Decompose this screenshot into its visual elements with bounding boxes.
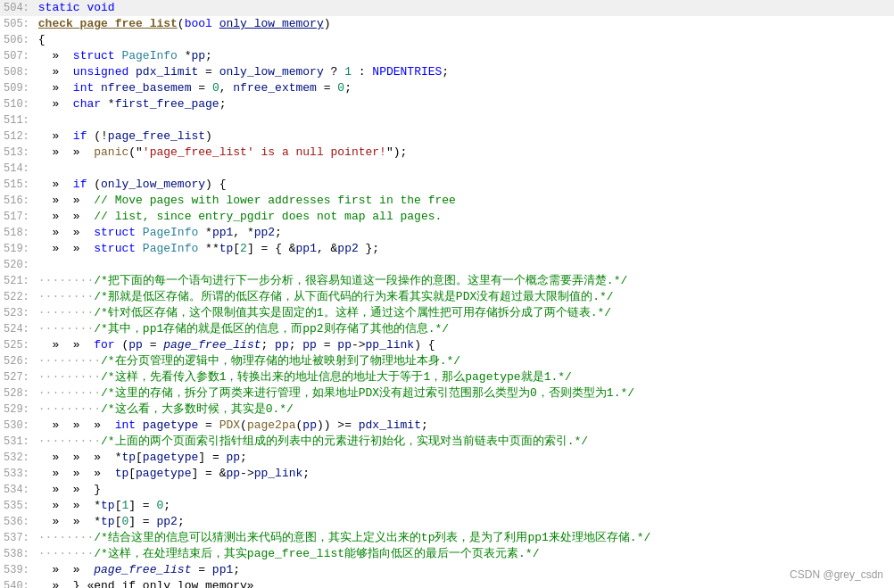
code-line: 535: » » *tp[1] = 0; (0, 498, 894, 514)
line-number: 506: (4, 32, 38, 48)
code-line: 539: » » page_free_list = pp1; (0, 562, 894, 578)
line-number: 519: (4, 241, 38, 257)
code-line: 529:·········/*这么看，大多数时候，其实是0.*/ (0, 402, 894, 418)
line-number: 531: (4, 434, 38, 450)
code-line: 517: » » // list, since entry_pgdir does… (0, 209, 894, 225)
line-number: 538: (4, 546, 38, 562)
line-number: 515: (4, 177, 38, 193)
code-line: 533: » » » tp[pagetype] = &pp->pp_link; (0, 466, 894, 482)
code-line: 534: » » } (0, 482, 894, 498)
line-number: 536: (4, 514, 38, 530)
line-number: 518: (4, 225, 38, 241)
line-content: » int nfree_basemem = 0, nfree_extmem = … (38, 80, 890, 96)
line-number: 540: (4, 578, 38, 588)
line-number: 525: (4, 337, 38, 353)
code-line: 538:········/*这样，在处理结束后，其实page_free_list… (0, 546, 894, 562)
line-content: ········/*那就是低区存储。所谓的低区存储，从下面代码的行为来看其实就是… (38, 289, 890, 305)
line-number: 509: (4, 80, 38, 96)
line-number: 520: (4, 257, 38, 273)
code-line: 513: » » panic("'page_free_list' is a nu… (0, 145, 894, 161)
line-content: » } «end if only_low_memory» (38, 578, 890, 588)
code-line: 506:{ (0, 32, 894, 48)
line-content: » if (only_low_memory) { (38, 177, 890, 193)
line-content: » » } (38, 482, 890, 498)
line-number: 532: (4, 450, 38, 466)
code-line: 522:········/*那就是低区存储。所谓的低区存储，从下面代码的行为来看… (0, 289, 894, 305)
code-line: 508: » unsigned pdx_limit = only_low_mem… (0, 64, 894, 80)
line-number: 537: (4, 530, 38, 546)
line-number: 529: (4, 402, 38, 418)
code-line: 512: » if (!page_free_list) (0, 128, 894, 145)
line-content: » if (!page_free_list) (38, 128, 890, 145)
line-content: » » struct PageInfo **tp[2] = { &pp1, &p… (38, 241, 890, 257)
code-line: 504:static void (0, 0, 894, 16)
line-number: 524: (4, 321, 38, 337)
line-content: » » page_free_list = pp1; (38, 562, 890, 578)
code-line: 520: (0, 257, 894, 273)
code-line: 509: » int nfree_basemem = 0, nfree_extm… (0, 80, 894, 96)
line-content: » » » *tp[pagetype] = pp; (38, 450, 890, 466)
line-number: 535: (4, 498, 38, 514)
code-block: 504:static void505:check_page_free_list(… (0, 0, 894, 588)
line-content: » » » tp[pagetype] = &pp->pp_link; (38, 466, 890, 482)
line-number: 507: (4, 48, 38, 64)
line-content: ·········/*这么看，大多数时候，其实是0.*/ (38, 402, 890, 418)
code-line: 505:check_page_free_list(bool only_low_m… (0, 16, 894, 32)
line-content: ········/*其中，pp1存储的就是低区的信息，而pp2则存储了其他的信息… (38, 321, 890, 337)
line-number: 526: (4, 353, 38, 369)
line-content: » » » int pagetype = PDX(page2pa(pp)) >=… (38, 418, 890, 434)
code-line: 528:·········/*这里的存储，拆分了两类来进行管理，如果地址PDX没… (0, 385, 894, 402)
line-number: 508: (4, 64, 38, 80)
code-line: 530: » » » int pagetype = PDX(page2pa(pp… (0, 418, 894, 434)
line-number: 517: (4, 209, 38, 225)
line-number: 512: (4, 128, 38, 145)
line-content: ········/*结合这里的信息可以猜测出来代码的意图，其实上定义出来的tp列… (38, 530, 890, 546)
line-number: 534: (4, 482, 38, 498)
line-number: 527: (4, 369, 38, 385)
line-number: 528: (4, 385, 38, 402)
code-line: 510: » char *first_free_page; (0, 96, 894, 112)
code-line: 518: » » struct PageInfo *pp1, *pp2; (0, 225, 894, 241)
code-line: 521:········/*把下面的每一个语句进行下一步分析，很容易知道这一段操… (0, 273, 894, 289)
code-line: 507: » struct PageInfo *pp; (0, 48, 894, 64)
code-line: 519: » » struct PageInfo **tp[2] = { &pp… (0, 241, 894, 257)
line-content: » » // Move pages with lower addresses f… (38, 193, 890, 209)
code-line: 515: » if (only_low_memory) { (0, 177, 894, 193)
code-line: 536: » » *tp[0] = pp2; (0, 514, 894, 530)
line-number: 521: (4, 273, 38, 289)
line-content: ········/*这样，在处理结束后，其实page_free_list能够指向… (38, 546, 890, 562)
line-number: 523: (4, 305, 38, 321)
line-number: 522: (4, 289, 38, 305)
line-content: » struct PageInfo *pp; (38, 48, 890, 64)
code-line: 532: » » » *tp[pagetype] = pp; (0, 450, 894, 466)
line-content: { (38, 32, 890, 48)
line-number: 510: (4, 96, 38, 112)
line-content: static void (38, 0, 890, 16)
line-number: 505: (4, 16, 38, 32)
line-content: ········/*针对低区存储，这个限制值其实是固定的1。这样，通过这个属性把… (38, 305, 890, 321)
code-line: 526:·········/*在分页管理的逻辑中，物理存储的地址被映射到了物理地… (0, 353, 894, 369)
line-number: 533: (4, 466, 38, 482)
line-content: ········/*把下面的每一个语句进行下一步分析，很容易知道这一段操作的意图… (38, 273, 890, 289)
line-content: » unsigned pdx_limit = only_low_memory ?… (38, 64, 890, 80)
code-line: 527:·········/*这样，先看传入参数1，转换出来的地址信息的地址大于… (0, 369, 894, 385)
line-number: 530: (4, 418, 38, 434)
line-number: 504: (4, 0, 38, 16)
line-content: » » struct PageInfo *pp1, *pp2; (38, 225, 890, 241)
line-content: check_page_free_list(bool only_low_memor… (38, 16, 890, 32)
code-line: 514: (0, 161, 894, 177)
line-content: ·········/*在分页管理的逻辑中，物理存储的地址被映射到了物理地址本身.… (38, 353, 890, 369)
code-line: 531:·········/*上面的两个页面索引指针组成的列表中的元素进行初始化… (0, 434, 894, 450)
code-viewer: 504:static void505:check_page_free_list(… (0, 0, 894, 588)
code-line: 524:········/*其中，pp1存储的就是低区的信息，而pp2则存储了其… (0, 321, 894, 337)
line-number: 516: (4, 193, 38, 209)
line-content: » » *tp[1] = 0; (38, 498, 890, 514)
code-line: 525: » » for (pp = page_free_list; pp; p… (0, 337, 894, 353)
line-number: 539: (4, 562, 38, 578)
watermark: CSDN @grey_csdn (790, 568, 883, 581)
line-content: » » // list, since entry_pgdir does not … (38, 209, 890, 225)
code-line: 523:········/*针对低区存储，这个限制值其实是固定的1。这样，通过这… (0, 305, 894, 321)
code-line: 516: » » // Move pages with lower addres… (0, 193, 894, 209)
line-content: » » for (pp = page_free_list; pp; pp = p… (38, 337, 890, 353)
code-line: 540: » } «end if only_low_memory» (0, 578, 894, 588)
